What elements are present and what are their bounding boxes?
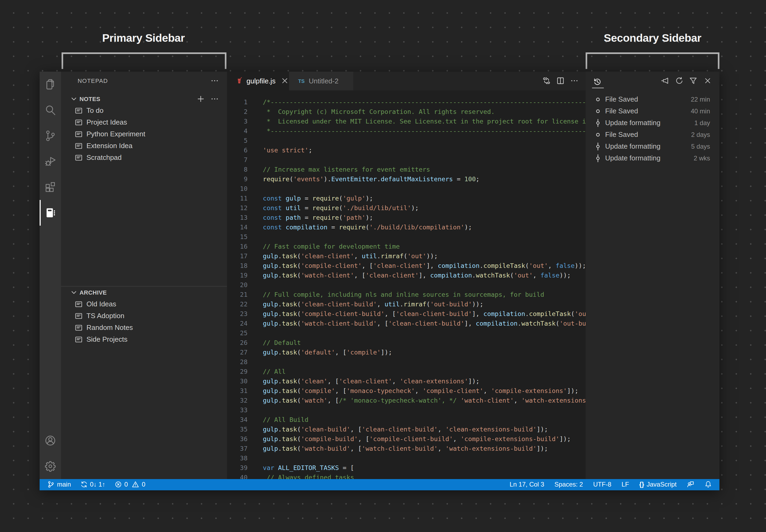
code-line[interactable]: 7 [227,155,586,164]
chevron-down-icon [69,288,78,297]
code-line[interactable]: 23gulp.task('compile-client-build', ['cl… [227,309,586,318]
note-item[interactable]: Side Projects [61,334,227,345]
sync-status[interactable]: 0↓ 1↑ [80,481,105,488]
code-line[interactable]: 10 [227,184,586,193]
code-line[interactable]: 15 [227,232,586,241]
code-line[interactable]: 14const compilation = require('./build/l… [227,222,586,232]
code-line[interactable]: 31gulp.task('compile', ['monaco-typechec… [227,386,586,395]
code-line[interactable]: 28 [227,357,586,367]
code-line[interactable]: 18gulp.task('compile-client', ['clean-cl… [227,261,586,270]
code-line[interactable]: 8// Increase max listeners for event emi… [227,164,586,174]
section-header-archive[interactable]: ARCHIVE [61,287,227,298]
code-line[interactable]: 30gulp.task('clean', ['clean-client', 'c… [227,376,586,386]
code-line[interactable]: 39var ALL_EDITOR_TASKS = [ [227,463,586,472]
code-line[interactable]: 16// Fast compile for development time [227,241,586,251]
open-changes-icon[interactable] [542,76,551,85]
code-line[interactable]: 3 * Licensed under the MIT License. See … [227,116,586,126]
more-actions-icon[interactable] [210,76,219,85]
tab-gulpfile.js[interactable]: gulpfile.js [227,71,289,90]
line-number: 24 [227,318,248,328]
code-line[interactable]: 11const gulp = require('gulp'); [227,193,586,203]
circle-outline-icon [594,130,602,139]
activity-bar-item-run-debug[interactable] [39,148,61,174]
code-line[interactable]: 9require('events').EventEmitter.defaultM… [227,174,586,184]
note-item[interactable]: Random Notes [61,322,227,334]
code-line[interactable]: 20 [227,280,586,290]
note-icon [74,300,83,309]
code-line[interactable]: 12const util = require('./build/lib/util… [227,203,586,213]
timeline-item[interactable]: Update formatting5 days [586,141,719,152]
code-line[interactable]: 29// All [227,367,586,376]
language-mode[interactable]: {}JavaScript [639,481,677,488]
code-line[interactable]: 5 [227,136,586,145]
split-editor-icon[interactable] [556,76,565,85]
note-item[interactable]: Project Ideas [61,117,227,128]
problems-status[interactable]: 00 [114,481,145,488]
activity-bar-item-files[interactable] [39,71,61,97]
timeline-item[interactable]: File Saved40 min [586,105,719,117]
timeline-item[interactable]: File Saved22 min [586,94,719,105]
account-icon [44,434,57,447]
note-item[interactable]: Scratchpad [61,152,227,164]
more-actions-icon[interactable] [570,76,579,85]
code-line[interactable]: 22gulp.task('clean-client-build', util.r… [227,299,586,309]
code-line[interactable]: 26// Default [227,338,586,347]
note-item[interactable]: To do [61,105,227,117]
code-line[interactable]: 36gulp.task('compile-build', ['compile-c… [227,434,586,444]
activity-bar-item-search[interactable] [39,97,61,123]
code-line[interactable]: 32gulp.task('watch', [/* 'monaco-typeche… [227,395,586,405]
new-note-icon[interactable] [196,95,205,103]
code-editor[interactable]: 1/*-------------------------------------… [227,90,586,479]
code-line[interactable]: 21// Full compile, including nls and inl… [227,290,586,299]
code-line[interactable]: 25 [227,328,586,338]
tab-Untitled-2[interactable]: TSUntitled-2 [289,71,353,90]
code-line[interactable]: 2 * Copyright (c) Microsoft Corporation.… [227,107,586,116]
note-item[interactable]: Python Experiment [61,128,227,140]
note-item[interactable]: Extension Idea [61,140,227,152]
timeline-item[interactable]: Update formatting1 day [586,117,719,129]
code-line[interactable]: 37gulp.task('watch-build', ['watch-clien… [227,444,586,453]
indentation[interactable]: Spaces: 2 [554,481,583,488]
notifications[interactable] [704,481,712,488]
code-line[interactable]: 17gulp.task('clean-client', util.rimraf(… [227,251,586,261]
line-number: 35 [227,424,248,434]
eol[interactable]: LF [622,481,629,488]
activity-bar-item-account[interactable] [39,427,61,453]
screenshot-canvas: Primary Sidebar Secondary Sidebar NOTEPA… [0,0,766,532]
line-number: 17 [227,251,248,261]
note-item[interactable]: Old Ideas [61,298,227,310]
code-line[interactable]: 1/*-------------------------------------… [227,97,586,107]
history-icon[interactable] [593,77,602,86]
code-line[interactable]: 34// All Build [227,415,586,424]
code-line[interactable]: 35gulp.task('clean-build', ['clean-clien… [227,424,586,434]
activity-bar-item-notepad[interactable] [39,200,61,225]
note-item[interactable]: TS Adoption [61,310,227,322]
code-line[interactable]: 6'use strict'; [227,145,586,155]
code-line[interactable]: 40 // Always defined tasks [227,472,586,479]
code-line[interactable]: 19gulp.task('watch-client', ['clean-clie… [227,270,586,280]
more-actions-icon[interactable] [210,95,219,103]
activity-bar-item-extensions[interactable] [39,174,61,200]
activity-bar-item-source-control[interactable] [39,123,61,148]
close-icon[interactable] [703,76,712,85]
section-header-notes[interactable]: NOTES [61,93,227,105]
code-line[interactable]: 38 [227,453,586,463]
cursor-position[interactable]: Ln 17, Col 3 [509,481,544,488]
branch-status[interactable]: main [47,481,71,488]
code-line[interactable]: 33 [227,405,586,415]
primary-sidebar: NOTEPAD NOTESTo doProject IdeasPython Ex… [61,71,227,479]
encoding[interactable]: UTF-8 [593,481,611,488]
close-icon[interactable] [280,76,289,85]
pin-icon[interactable] [661,76,669,85]
filter-icon[interactable] [689,76,698,85]
timeline-item[interactable]: Update formatting2 wks [586,152,719,164]
refresh-icon[interactable] [675,76,683,85]
code-line[interactable]: 13const path = require('path'); [227,213,586,222]
timeline-item[interactable]: File Saved2 days [586,129,719,141]
note-item-label: Extension Idea [86,140,132,152]
activity-bar-item-settings-gear[interactable] [39,453,61,479]
code-line[interactable]: 27gulp.task('default', ['compile']); [227,347,586,357]
code-line[interactable]: 24gulp.task('watch-client-build', ['clea… [227,318,586,328]
code-line[interactable]: 4 *-------------------------------------… [227,126,586,136]
feedback[interactable] [687,481,694,488]
